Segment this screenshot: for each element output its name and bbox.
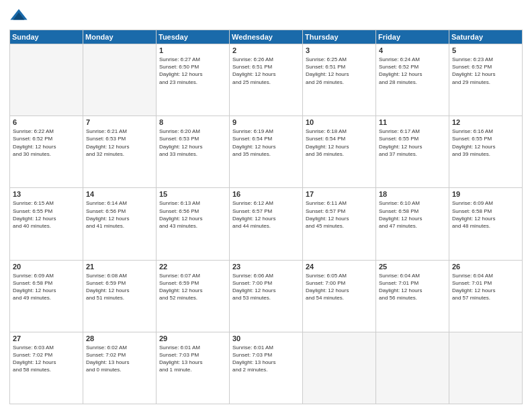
calendar-table: SundayMondayTuesdayWednesdayThursdayFrid… [9, 30, 523, 404]
day-number: 28 [86, 334, 153, 342]
page: SundayMondayTuesdayWednesdayThursdayFrid… [0, 0, 532, 411]
day-info: Sunrise: 6:17 AM Sunset: 6:55 PM Dayligh… [379, 128, 446, 158]
day-number: 3 [306, 46, 373, 54]
day-info: Sunrise: 6:13 AM Sunset: 6:56 PM Dayligh… [159, 199, 226, 230]
day-number: 12 [452, 118, 519, 126]
calendar-cell: 22Sunrise: 6:07 AM Sunset: 6:59 PM Dayli… [157, 260, 230, 332]
day-info: Sunrise: 6:16 AM Sunset: 6:55 PM Dayligh… [452, 128, 519, 158]
day-number: 30 [232, 334, 300, 342]
calendar-cell: 19Sunrise: 6:09 AM Sunset: 6:58 PM Dayli… [449, 188, 523, 260]
calendar-cell [83, 44, 157, 116]
day-number: 20 [13, 263, 80, 271]
calendar-cell: 2Sunrise: 6:26 AM Sunset: 6:51 PM Daylig… [230, 44, 303, 116]
calendar-cell: 18Sunrise: 6:10 AM Sunset: 6:58 PM Dayli… [376, 188, 449, 260]
day-info: Sunrise: 6:09 AM Sunset: 6:58 PM Dayligh… [452, 199, 519, 230]
day-info: Sunrise: 6:12 AM Sunset: 6:57 PM Dayligh… [232, 199, 300, 230]
calendar-week-3: 13Sunrise: 6:15 AM Sunset: 6:55 PM Dayli… [10, 188, 523, 260]
calendar-cell [376, 332, 449, 404]
day-number: 1 [159, 46, 226, 54]
day-number: 29 [159, 334, 226, 342]
day-number: 27 [13, 334, 80, 342]
day-info: Sunrise: 6:01 AM Sunset: 7:03 PM Dayligh… [159, 344, 226, 374]
day-number: 9 [232, 118, 300, 126]
calendar-cell: 13Sunrise: 6:15 AM Sunset: 6:55 PM Dayli… [10, 188, 83, 260]
day-info: Sunrise: 6:21 AM Sunset: 6:53 PM Dayligh… [86, 128, 153, 158]
calendar-cell: 27Sunrise: 6:03 AM Sunset: 7:02 PM Dayli… [10, 332, 83, 404]
day-number: 23 [232, 263, 300, 271]
calendar-cell: 1Sunrise: 6:27 AM Sunset: 6:50 PM Daylig… [157, 44, 230, 116]
calendar-cell: 29Sunrise: 6:01 AM Sunset: 7:03 PM Dayli… [157, 332, 230, 404]
day-number: 16 [232, 190, 300, 198]
calendar-cell: 23Sunrise: 6:06 AM Sunset: 7:00 PM Dayli… [230, 260, 303, 332]
calendar-cell: 10Sunrise: 6:18 AM Sunset: 6:54 PM Dayli… [303, 116, 376, 188]
day-number: 8 [159, 118, 226, 126]
calendar-header-row: SundayMondayTuesdayWednesdayThursdayFrid… [10, 30, 523, 44]
calendar-cell: 26Sunrise: 6:04 AM Sunset: 7:01 PM Dayli… [449, 260, 523, 332]
day-number: 5 [452, 46, 519, 54]
day-info: Sunrise: 6:03 AM Sunset: 7:02 PM Dayligh… [13, 344, 80, 374]
col-header-wednesday: Wednesday [230, 30, 303, 44]
day-number: 7 [86, 118, 153, 126]
day-number: 18 [379, 190, 446, 198]
calendar-cell: 20Sunrise: 6:09 AM Sunset: 6:58 PM Dayli… [10, 260, 83, 332]
header [9, 7, 523, 26]
day-info: Sunrise: 6:01 AM Sunset: 7:03 PM Dayligh… [232, 344, 300, 374]
day-number: 10 [306, 118, 373, 126]
col-header-saturday: Saturday [449, 30, 523, 44]
day-info: Sunrise: 6:22 AM Sunset: 6:52 PM Dayligh… [13, 128, 80, 158]
day-info: Sunrise: 6:24 AM Sunset: 6:52 PM Dayligh… [379, 56, 446, 86]
day-number: 25 [379, 263, 446, 271]
day-info: Sunrise: 6:15 AM Sunset: 6:55 PM Dayligh… [13, 199, 80, 230]
calendar-cell: 15Sunrise: 6:13 AM Sunset: 6:56 PM Dayli… [157, 188, 230, 260]
calendar-cell: 12Sunrise: 6:16 AM Sunset: 6:55 PM Dayli… [449, 116, 523, 188]
col-header-thursday: Thursday [303, 30, 376, 44]
day-info: Sunrise: 6:27 AM Sunset: 6:50 PM Dayligh… [159, 56, 226, 86]
day-number: 13 [13, 190, 80, 198]
col-header-friday: Friday [376, 30, 449, 44]
calendar-cell: 24Sunrise: 6:05 AM Sunset: 7:00 PM Dayli… [303, 260, 376, 332]
day-number: 17 [306, 190, 373, 198]
calendar-cell: 30Sunrise: 6:01 AM Sunset: 7:03 PM Dayli… [230, 332, 303, 404]
day-info: Sunrise: 6:08 AM Sunset: 6:59 PM Dayligh… [86, 272, 153, 302]
col-header-sunday: Sunday [10, 30, 83, 44]
day-number: 14 [86, 190, 153, 198]
calendar-cell: 28Sunrise: 6:02 AM Sunset: 7:02 PM Dayli… [83, 332, 157, 404]
calendar-cell: 17Sunrise: 6:11 AM Sunset: 6:57 PM Dayli… [303, 188, 376, 260]
calendar-cell: 11Sunrise: 6:17 AM Sunset: 6:55 PM Dayli… [376, 116, 449, 188]
calendar-cell [449, 332, 523, 404]
calendar-week-1: 1Sunrise: 6:27 AM Sunset: 6:50 PM Daylig… [10, 44, 523, 116]
day-info: Sunrise: 6:02 AM Sunset: 7:02 PM Dayligh… [86, 344, 153, 374]
calendar-cell [303, 332, 376, 404]
day-number: 19 [452, 190, 519, 198]
day-info: Sunrise: 6:07 AM Sunset: 6:59 PM Dayligh… [159, 272, 226, 302]
day-number: 26 [452, 263, 519, 271]
day-info: Sunrise: 6:19 AM Sunset: 6:54 PM Dayligh… [232, 128, 300, 158]
col-header-tuesday: Tuesday [157, 30, 230, 44]
col-header-monday: Monday [83, 30, 157, 44]
day-info: Sunrise: 6:11 AM Sunset: 6:57 PM Dayligh… [306, 199, 373, 230]
calendar-week-5: 27Sunrise: 6:03 AM Sunset: 7:02 PM Dayli… [10, 332, 523, 404]
day-info: Sunrise: 6:04 AM Sunset: 7:01 PM Dayligh… [379, 272, 446, 302]
day-info: Sunrise: 6:06 AM Sunset: 7:00 PM Dayligh… [232, 272, 300, 302]
day-info: Sunrise: 6:23 AM Sunset: 6:52 PM Dayligh… [452, 56, 519, 86]
day-info: Sunrise: 6:05 AM Sunset: 7:00 PM Dayligh… [306, 272, 373, 302]
day-number: 22 [159, 263, 226, 271]
calendar-week-4: 20Sunrise: 6:09 AM Sunset: 6:58 PM Dayli… [10, 260, 523, 332]
day-number: 11 [379, 118, 446, 126]
calendar-cell: 25Sunrise: 6:04 AM Sunset: 7:01 PM Dayli… [376, 260, 449, 332]
day-number: 24 [306, 263, 373, 271]
calendar-cell: 9Sunrise: 6:19 AM Sunset: 6:54 PM Daylig… [230, 116, 303, 188]
day-info: Sunrise: 6:10 AM Sunset: 6:58 PM Dayligh… [379, 199, 446, 230]
logo-icon [9, 7, 28, 26]
day-info: Sunrise: 6:18 AM Sunset: 6:54 PM Dayligh… [306, 128, 373, 158]
day-number: 6 [13, 118, 80, 126]
calendar-cell: 5Sunrise: 6:23 AM Sunset: 6:52 PM Daylig… [449, 44, 523, 116]
day-info: Sunrise: 6:26 AM Sunset: 6:51 PM Dayligh… [232, 56, 300, 86]
calendar-cell: 21Sunrise: 6:08 AM Sunset: 6:59 PM Dayli… [83, 260, 157, 332]
day-number: 21 [86, 263, 153, 271]
day-number: 4 [379, 46, 446, 54]
day-number: 2 [232, 46, 300, 54]
calendar-week-2: 6Sunrise: 6:22 AM Sunset: 6:52 PM Daylig… [10, 116, 523, 188]
calendar-cell: 7Sunrise: 6:21 AM Sunset: 6:53 PM Daylig… [83, 116, 157, 188]
calendar-cell [10, 44, 83, 116]
